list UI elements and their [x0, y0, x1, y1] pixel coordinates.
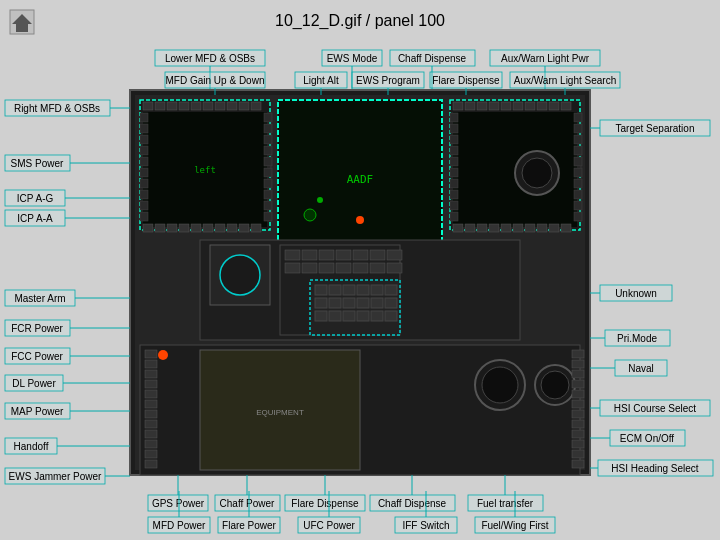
- svg-rect-93: [549, 224, 559, 232]
- svg-text:EWS Mode: EWS Mode: [327, 53, 378, 64]
- svg-rect-133: [385, 311, 397, 321]
- svg-text:MAP Power: MAP Power: [11, 406, 64, 417]
- svg-rect-76: [574, 124, 582, 133]
- svg-rect-42: [191, 224, 201, 232]
- svg-text:Aux/Warn Light Pwr: Aux/Warn Light Pwr: [501, 53, 590, 64]
- svg-rect-72: [450, 190, 458, 199]
- svg-point-52: [317, 197, 323, 203]
- svg-text:Target Separation: Target Separation: [616, 123, 695, 134]
- svg-rect-41: [179, 224, 189, 232]
- svg-rect-66: [450, 124, 458, 133]
- svg-rect-55: [453, 102, 463, 110]
- svg-rect-73: [450, 201, 458, 210]
- svg-text:Flare Dispense: Flare Dispense: [432, 75, 500, 86]
- svg-rect-163: [572, 440, 584, 448]
- svg-rect-113: [370, 263, 385, 273]
- svg-rect-150: [145, 440, 157, 448]
- svg-rect-107: [387, 250, 402, 260]
- svg-rect-120: [371, 285, 383, 295]
- svg-rect-129: [329, 311, 341, 321]
- svg-rect-86: [465, 224, 475, 232]
- svg-text:SMS Power: SMS Power: [11, 158, 64, 169]
- svg-rect-58: [489, 102, 499, 110]
- svg-rect-132: [371, 311, 383, 321]
- svg-rect-33: [264, 168, 272, 177]
- svg-rect-151: [145, 450, 157, 458]
- svg-rect-149: [145, 430, 157, 438]
- svg-rect-118: [343, 285, 355, 295]
- svg-rect-161: [572, 420, 584, 428]
- svg-rect-40: [167, 224, 177, 232]
- svg-point-140: [541, 371, 569, 399]
- svg-rect-106: [370, 250, 385, 260]
- svg-rect-60: [513, 102, 523, 110]
- svg-text:IFF Switch: IFF Switch: [402, 520, 449, 531]
- svg-rect-45: [227, 224, 237, 232]
- svg-rect-155: [572, 360, 584, 368]
- svg-text:Naval: Naval: [628, 363, 654, 374]
- svg-rect-124: [343, 298, 355, 308]
- svg-text:DL Power: DL Power: [12, 378, 56, 389]
- svg-text:Chaff Dispense: Chaff Dispense: [398, 53, 467, 64]
- svg-rect-164: [572, 450, 584, 458]
- svg-text:left: left: [194, 165, 216, 175]
- svg-rect-23: [140, 168, 148, 177]
- svg-point-51: [356, 216, 364, 224]
- svg-text:Chaff Dispense: Chaff Dispense: [378, 498, 447, 509]
- svg-rect-105: [353, 250, 368, 260]
- svg-rect-13: [227, 102, 237, 110]
- svg-rect-38: [143, 224, 153, 232]
- svg-rect-65: [450, 113, 458, 122]
- svg-rect-67: [450, 135, 458, 144]
- svg-rect-83: [574, 201, 582, 210]
- svg-rect-75: [574, 113, 582, 122]
- svg-rect-147: [145, 410, 157, 418]
- svg-rect-85: [453, 224, 463, 232]
- svg-rect-142: [145, 360, 157, 368]
- svg-rect-165: [572, 460, 584, 468]
- svg-rect-64: [561, 102, 571, 110]
- svg-point-50: [304, 209, 316, 221]
- svg-rect-127: [385, 298, 397, 308]
- svg-point-99: [220, 255, 260, 295]
- svg-text:Lower MFD & OSBs: Lower MFD & OSBs: [165, 53, 255, 64]
- svg-rect-24: [140, 179, 148, 188]
- svg-rect-114: [387, 263, 402, 273]
- svg-rect-92: [537, 224, 547, 232]
- svg-rect-56: [465, 102, 475, 110]
- svg-rect-116: [315, 285, 327, 295]
- svg-text:ICP A-G: ICP A-G: [17, 193, 54, 204]
- svg-rect-74: [450, 212, 458, 221]
- home-icon[interactable]: [8, 8, 36, 36]
- svg-rect-39: [155, 224, 165, 232]
- svg-rect-18: [140, 113, 148, 122]
- svg-text:Flare Dispense: Flare Dispense: [291, 498, 359, 509]
- svg-rect-110: [319, 263, 334, 273]
- svg-rect-71: [450, 179, 458, 188]
- svg-rect-152: [145, 460, 157, 468]
- svg-rect-11: [203, 102, 213, 110]
- svg-rect-78: [574, 146, 582, 155]
- svg-rect-46: [239, 224, 249, 232]
- svg-rect-26: [140, 201, 148, 210]
- svg-rect-12: [215, 102, 225, 110]
- svg-point-138: [482, 367, 518, 403]
- svg-rect-111: [336, 263, 351, 273]
- svg-rect-9: [179, 102, 189, 110]
- svg-text:Flare Power: Flare Power: [222, 520, 277, 531]
- svg-rect-143: [145, 370, 157, 378]
- svg-rect-59: [501, 102, 511, 110]
- svg-rect-126: [371, 298, 383, 308]
- svg-text:ICP A-A: ICP A-A: [17, 213, 53, 224]
- svg-rect-91: [525, 224, 535, 232]
- svg-rect-101: [285, 250, 300, 260]
- svg-rect-128: [315, 311, 327, 321]
- svg-text:EWS Program: EWS Program: [356, 75, 420, 86]
- svg-rect-119: [357, 285, 369, 295]
- svg-rect-158: [572, 390, 584, 398]
- svg-rect-6: [143, 102, 153, 110]
- svg-rect-22: [140, 157, 148, 166]
- svg-rect-47: [251, 224, 261, 232]
- svg-text:Handoff: Handoff: [14, 441, 49, 452]
- svg-rect-68: [450, 146, 458, 155]
